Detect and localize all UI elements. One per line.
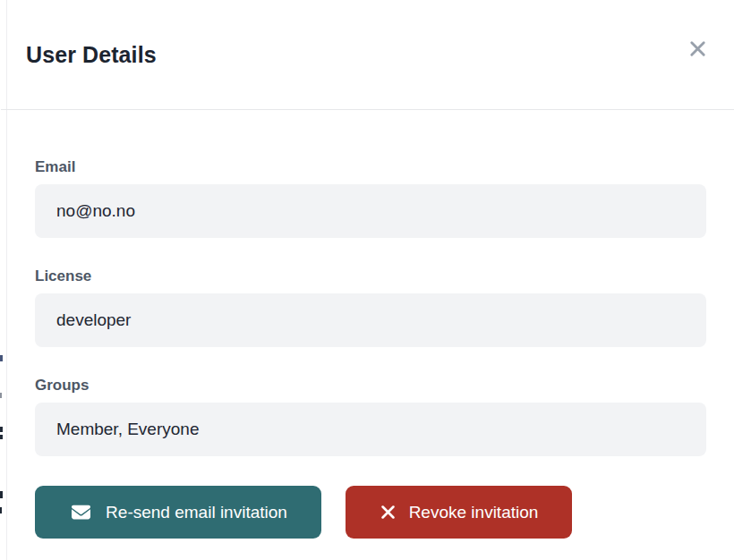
backdrop-text-fragment [0,427,3,432]
groups-field-group: Groups Member, Everyone [35,377,706,456]
backdrop-text-fragment [0,435,3,439]
email-label: Email [35,158,706,176]
backdrop-text-fragment [0,393,2,398]
envelope-icon [69,503,93,522]
license-field[interactable]: developer [35,293,706,347]
email-field[interactable]: no@no.no [35,184,706,238]
action-button-row: Re-send email invitation Revoke invitati… [35,486,706,539]
modal-body: Email no@no.no License developer Groups … [7,109,734,539]
email-field-group: Email no@no.no [35,158,706,238]
backdrop-text-fragment [0,491,3,498]
license-field-group: License developer [35,267,706,347]
backdrop-text-fragment [0,355,3,361]
resend-email-invitation-button[interactable]: Re-send email invitation [35,486,321,539]
groups-field[interactable]: Member, Everyone [35,403,706,456]
license-label: License [35,267,706,285]
revoke-invitation-button[interactable]: Revoke invitation [346,486,572,539]
user-details-modal: User Details Email no@no.no License deve… [6,0,734,560]
revoke-button-label: Revoke invitation [409,503,539,522]
close-button[interactable] [685,38,710,63]
groups-label: Groups [35,377,706,395]
background-page-sliver [0,0,6,560]
resend-button-label: Re-send email invitation [106,503,287,522]
modal-header: User Details [7,0,734,109]
backdrop-text-fragment [0,507,2,513]
header-divider [1,109,734,110]
page-title: User Details [26,42,157,68]
x-close-icon [687,38,708,62]
x-icon [380,504,397,521]
